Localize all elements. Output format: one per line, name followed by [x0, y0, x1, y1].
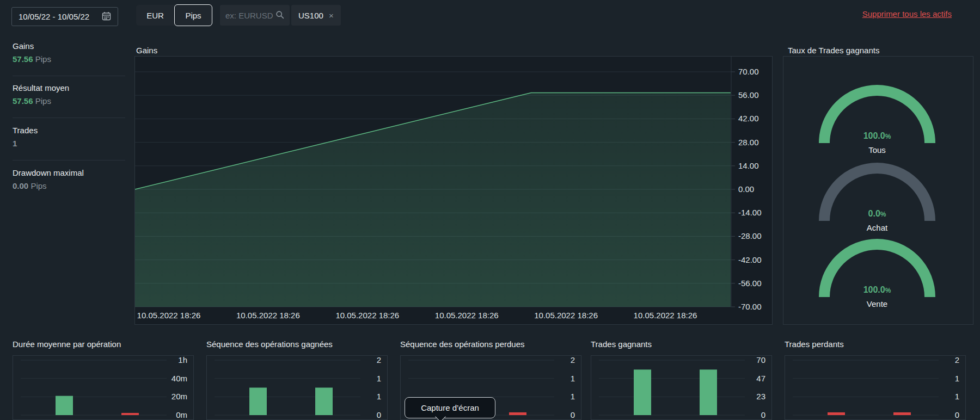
win-rate-gauges: 100.0%Tous0.0%Achat100.0%Vente: [783, 57, 973, 324]
y-tick-label: 42.00: [738, 114, 759, 123]
y-tick-label: 0: [955, 410, 959, 419]
y-tick-label: 0: [571, 410, 575, 419]
y-tick-label: 28.00: [738, 138, 759, 147]
y-tick-label: 2: [571, 356, 575, 365]
gains-chart-panel[interactable]: 70.0056.0042.0028.0014.000.00-14.00-28.0…: [134, 56, 773, 325]
stat-value: 0.00: [13, 181, 28, 190]
y-tick-label: 0m: [176, 410, 187, 419]
trades-gagnants-title: Trades gagnants: [591, 339, 652, 349]
toggle-pips-button[interactable]: Pips: [174, 4, 212, 26]
y-tick-label: 23: [756, 392, 765, 401]
trades-gagnants-bar-0[interactable]: [634, 369, 651, 415]
chip-close-icon[interactable]: ×: [329, 11, 334, 20]
stat-0: Gains57.56 Pips: [13, 41, 125, 64]
stat-1: Résultat moyen57.56 Pips: [13, 83, 125, 106]
trades-perdants-chart: Trades perdants2110: [785, 339, 966, 420]
x-axis-label: 10.05.2022 18:26: [236, 311, 300, 320]
y-tick-label: 70.00: [738, 67, 759, 76]
trades-perdants-title: Trades perdants: [785, 339, 844, 349]
y-tick-label: 1: [955, 374, 959, 383]
seq-perdues-bar-0[interactable]: [509, 412, 526, 415]
gauge-label: Vente: [867, 299, 887, 308]
y-tick-label: 14.00: [738, 161, 759, 170]
stat-label: Drawdown maximal: [13, 168, 125, 177]
duree-moyenne-bar-0[interactable]: [56, 396, 73, 415]
stat-label: Résultat moyen: [13, 83, 125, 92]
asset-chip-label: US100: [298, 11, 323, 20]
gains-area-fill[interactable]: [135, 92, 731, 307]
gauge-percent: 0.0%: [868, 209, 886, 218]
y-tick-label: -42.00: [738, 255, 762, 264]
duree-moyenne-plot: 1h40m20m0m: [13, 355, 194, 420]
y-tick-label: 56.00: [738, 90, 759, 100]
stat-2: Trades1: [13, 126, 125, 148]
y-tick-label: 40m: [171, 374, 187, 383]
toggle-eur-button[interactable]: EUR: [136, 5, 174, 26]
y-tick-label: 1: [571, 392, 575, 401]
trades-perdants-bar-0[interactable]: [828, 412, 845, 415]
x-axis-label: 10.05.2022 18:26: [634, 311, 697, 320]
gauge-label: Achat: [867, 223, 888, 232]
seq-gagnees-bar-0[interactable]: [249, 388, 267, 416]
stat-value: 57.56: [13, 54, 33, 64]
y-tick-label: 2: [377, 356, 381, 365]
y-tick-label: -14.00: [738, 208, 762, 217]
seq-perdues-title: Séquence des opérations perdues: [400, 339, 525, 349]
stat-value: 57.56: [13, 96, 33, 106]
date-range-value: 10/05/22 - 10/05/22: [19, 12, 89, 21]
main-chart-title: Gains: [136, 46, 157, 55]
asset-chip-us100[interactable]: US100 ×: [291, 5, 341, 26]
x-axis-label: 10.05.2022 18:26: [435, 311, 499, 320]
clear-all-assets-link[interactable]: Supprimer tous les actifs: [862, 9, 952, 18]
gauge-label: Tous: [868, 145, 886, 155]
seq-gagnees-chart: Séquence des opérations gagnées2110: [206, 339, 388, 420]
trades-perdants-plot: 2110: [785, 355, 966, 420]
stat-label: Gains: [13, 41, 125, 51]
stat-unit: Pips: [35, 96, 51, 106]
gauge-percent: 100.0%: [863, 131, 891, 140]
y-tick-label: 0: [377, 410, 381, 419]
stat-divider: [13, 118, 125, 118]
screenshot-tooltip: Capture d’écran: [405, 397, 495, 418]
y-tick-label: 20m: [171, 392, 187, 401]
y-tick-label: 1: [955, 392, 959, 401]
y-tick-label: 2: [955, 356, 959, 365]
calendar-icon[interactable]: [102, 11, 111, 22]
search-icon[interactable]: [275, 10, 284, 21]
y-tick-label: 47: [756, 374, 765, 383]
stat-unit: Pips: [30, 181, 46, 190]
x-axis-label: 10.05.2022 18:26: [534, 311, 598, 320]
stat-label: Trades: [13, 126, 125, 135]
unit-toggle-group: EUR Pips: [136, 5, 212, 26]
y-tick-label: 0.00: [738, 184, 754, 194]
x-axis-label: 10.05.2022 18:26: [137, 311, 201, 320]
tooltip-text: Capture d’écran: [421, 403, 479, 412]
stat-3: Drawdown maximal0.00 Pips: [13, 168, 125, 190]
seq-gagnees-bar-1[interactable]: [315, 388, 333, 416]
y-tick-label: -56.00: [738, 279, 762, 288]
date-range-picker[interactable]: 10/05/22 - 10/05/22: [11, 7, 118, 26]
y-tick-label: -70.00: [738, 302, 762, 311]
win-rate-gauge-panel: 100.0%Tous0.0%Achat100.0%Vente: [783, 56, 973, 325]
trades-perdants-bar-1[interactable]: [893, 412, 911, 415]
y-tick-label: 1: [571, 374, 575, 383]
seq-gagnees-title: Séquence des opérations gagnées: [206, 339, 333, 349]
gauge-percent: 100.0%: [863, 285, 891, 294]
y-tick-label: -28.00: [738, 231, 762, 240]
trades-gagnants-bar-1[interactable]: [700, 369, 717, 415]
gains-area-chart[interactable]: 70.0056.0042.0028.0014.000.00-14.00-28.0…: [135, 57, 772, 324]
stat-divider: [13, 76, 125, 76]
gauge-panel-title: Taux de Trades gagnants: [788, 46, 879, 55]
trades-gagnants-plot: 7047230: [591, 355, 772, 420]
stat-value: 1: [13, 139, 17, 148]
seq-gagnees-plot: 2110: [206, 355, 388, 420]
asset-search-input[interactable]: ex: EURUSD: [220, 5, 290, 26]
trades-gagnants-chart: Trades gagnants7047230: [591, 339, 772, 420]
duree-moyenne-title: Durée moyenne par opération: [13, 339, 121, 349]
y-tick-label: 1h: [178, 356, 187, 365]
duree-moyenne-chart: Durée moyenne par opération1h40m20m0m: [13, 339, 194, 420]
x-axis-label: 10.05.2022 18:26: [335, 311, 399, 320]
y-tick-label: 1: [377, 392, 381, 401]
y-tick-label: 1: [377, 374, 381, 383]
duree-moyenne-bar-1[interactable]: [121, 413, 139, 415]
